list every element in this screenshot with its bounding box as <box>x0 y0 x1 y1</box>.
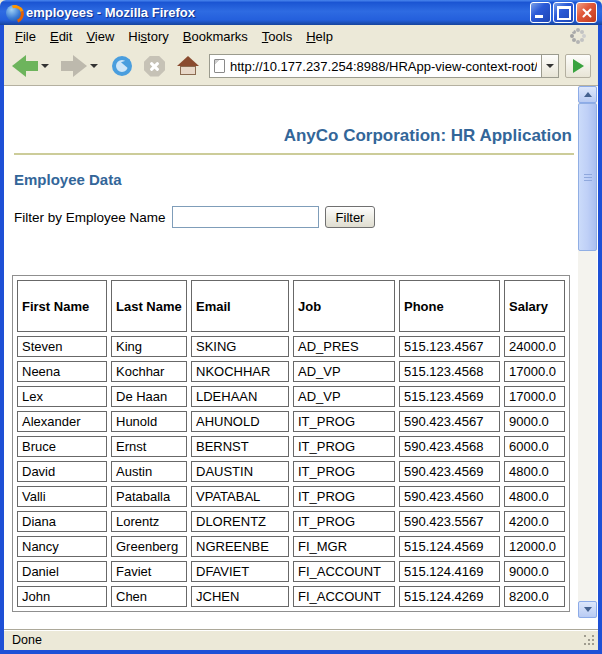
chevron-down-icon <box>546 64 554 68</box>
table-cell: FI_MGR <box>293 536 395 557</box>
scroll-down-button[interactable] <box>578 601 597 618</box>
window-frame: FileEditViewHistoryBookmarksToolsHelp An… <box>0 25 602 654</box>
table-cell: NKOCHHAR <box>191 361 289 382</box>
page-favicon-icon <box>214 59 225 73</box>
menu-item-help[interactable]: Help <box>299 27 340 46</box>
table-cell: Lex <box>17 386 107 407</box>
table-cell: 17000.0 <box>504 361 565 382</box>
table-cell: 9000.0 <box>504 411 565 432</box>
table-row: ValliPataballaVPATABALIT_PROG590.423.456… <box>17 486 565 507</box>
hr-app-page: AnyCo Corporation: HR Application Employ… <box>4 86 576 612</box>
filter-button[interactable]: Filter <box>325 206 376 228</box>
table-cell: IT_PROG <box>293 411 395 432</box>
column-header: First Name <box>17 280 107 332</box>
table-cell: AD_VP <box>293 386 395 407</box>
table-cell: IT_PROG <box>293 436 395 457</box>
table-cell: John <box>17 586 107 607</box>
table-cell: Bruce <box>17 436 107 457</box>
column-header: Salary <box>504 280 565 332</box>
table-cell: LDEHAAN <box>191 386 289 407</box>
minimize-button[interactable] <box>530 2 551 23</box>
navigation-toolbar <box>4 47 598 86</box>
back-button[interactable] <box>12 55 38 77</box>
resize-grip[interactable] <box>584 635 596 647</box>
menu-bar: FileEditViewHistoryBookmarksToolsHelp <box>4 25 598 47</box>
table-cell: Pataballa <box>111 486 187 507</box>
table-cell: 515.123.4568 <box>399 361 500 382</box>
status-text: Done <box>12 633 42 647</box>
table-cell: Chen <box>111 586 187 607</box>
menu-item-history[interactable]: History <box>121 27 175 46</box>
table-cell: 515.124.4169 <box>399 561 500 582</box>
table-row: StevenKingSKINGAD_PRES515.123.456724000.… <box>17 336 565 357</box>
menu-item-edit[interactable]: Edit <box>43 27 79 46</box>
url-bar <box>209 54 542 78</box>
table-cell: VPATABAL <box>191 486 289 507</box>
column-header: Phone <box>399 280 500 332</box>
back-icon <box>12 55 26 77</box>
home-button[interactable] <box>177 56 199 76</box>
table-cell: 17000.0 <box>504 386 565 407</box>
url-history-dropdown-button[interactable] <box>542 54 559 78</box>
menu-item-bookmarks[interactable]: Bookmarks <box>176 27 255 46</box>
go-button[interactable] <box>565 54 591 78</box>
table-cell: FI_ACCOUNT <box>293 586 395 607</box>
table-cell: 590.423.4567 <box>399 411 500 432</box>
back-dropdown-icon[interactable] <box>41 64 49 68</box>
scrollbar-thumb[interactable] <box>578 103 597 251</box>
table-cell: DFAVIET <box>191 561 289 582</box>
table-cell: Faviet <box>111 561 187 582</box>
table-row: JohnChenJCHENFI_ACCOUNT515.124.42698200.… <box>17 586 565 607</box>
forward-dropdown-icon[interactable] <box>90 64 98 68</box>
table-cell: DAUSTIN <box>191 461 289 482</box>
employee-table-header-row: First NameLast NameEmailJobPhoneSalary <box>17 280 565 332</box>
table-cell: Nancy <box>17 536 107 557</box>
triangle-up-icon <box>584 92 592 97</box>
url-input[interactable] <box>230 59 537 74</box>
browser-viewport: AnyCo Corporation: HR Application Employ… <box>4 86 598 629</box>
employee-table-body: StevenKingSKINGAD_PRES515.123.456724000.… <box>17 336 565 607</box>
menu-item-file[interactable]: File <box>8 27 43 46</box>
menu-item-view[interactable]: View <box>79 27 121 46</box>
table-cell: 8200.0 <box>504 586 565 607</box>
table-cell: David <box>17 461 107 482</box>
table-cell: De Haan <box>111 386 187 407</box>
table-cell: Hunold <box>111 411 187 432</box>
stop-button[interactable] <box>144 56 165 77</box>
forward-button[interactable] <box>61 55 87 77</box>
table-row: NeenaKochharNKOCHHARAD_VP515.123.4568170… <box>17 361 565 382</box>
page-title: AnyCo Corporation: HR Application <box>12 126 572 146</box>
filter-row: Filter by Employee Name Filter <box>14 206 576 228</box>
table-row: BruceErnstBERNSTIT_PROG590.423.45686000.… <box>17 436 565 457</box>
table-cell: 590.423.4568 <box>399 436 500 457</box>
scroll-up-button[interactable] <box>578 86 597 103</box>
table-cell: Neena <box>17 361 107 382</box>
table-cell: JCHEN <box>191 586 289 607</box>
table-row: LexDe HaanLDEHAANAD_VP515.123.456917000.… <box>17 386 565 407</box>
table-cell: Diana <box>17 511 107 532</box>
table-cell: IT_PROG <box>293 486 395 507</box>
table-cell: AD_VP <box>293 361 395 382</box>
table-row: DanielFavietDFAVIETFI_ACCOUNT515.124.416… <box>17 561 565 582</box>
table-cell: AD_PRES <box>293 336 395 357</box>
status-bar: Done <box>4 629 598 650</box>
table-cell: 590.423.4569 <box>399 461 500 482</box>
horizontal-rule <box>14 153 574 155</box>
reload-button[interactable] <box>112 56 132 76</box>
table-cell: Ernst <box>111 436 187 457</box>
table-row: AlexanderHunoldAHUNOLDIT_PROG590.423.456… <box>17 411 565 432</box>
filter-input[interactable] <box>172 206 319 228</box>
forward-icon-tail <box>61 61 74 71</box>
maximize-button[interactable] <box>553 2 574 23</box>
table-cell: 590.423.4560 <box>399 486 500 507</box>
table-cell: 515.124.4569 <box>399 536 500 557</box>
menu-item-tools[interactable]: Tools <box>255 27 299 46</box>
close-button[interactable] <box>576 2 597 23</box>
table-cell: IT_PROG <box>293 511 395 532</box>
table-cell: Steven <box>17 336 107 357</box>
table-cell: 4800.0 <box>504 461 565 482</box>
table-cell: 9000.0 <box>504 561 565 582</box>
vertical-scrollbar[interactable] <box>578 86 597 618</box>
table-cell: 12000.0 <box>504 536 565 557</box>
back-icon-tail <box>25 61 38 71</box>
